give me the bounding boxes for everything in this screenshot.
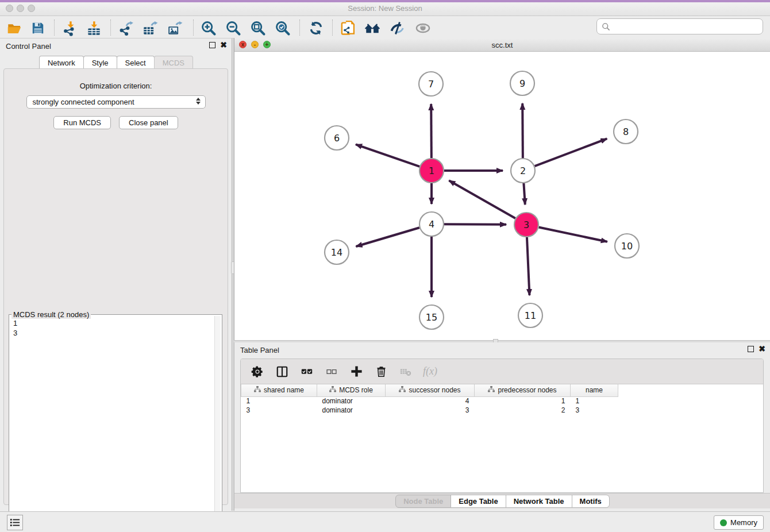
table-cell[interactable]: 3 xyxy=(241,406,317,415)
table-cell[interactable]: 1 xyxy=(241,396,317,406)
zoom-out-icon[interactable] xyxy=(225,20,242,37)
show-columns-icon[interactable] xyxy=(275,364,290,379)
table-cell[interactable]: 3 xyxy=(571,406,618,415)
run-mcds-button[interactable]: Run MCDS xyxy=(53,116,111,129)
toolbar-separator xyxy=(54,20,55,36)
mcds-result-text[interactable]: 1 3 xyxy=(11,318,213,531)
close-panel-icon[interactable]: ✖ xyxy=(759,346,765,352)
tab-node-table[interactable]: Node Table xyxy=(395,495,451,508)
edge-4-14[interactable] xyxy=(356,228,419,246)
search-input[interactable] xyxy=(614,22,758,31)
network-canvas[interactable]: 1234678910111415 xyxy=(234,52,770,340)
table-tab-strip: Node TableEdge TableNetwork TableMotifs xyxy=(234,493,770,508)
tree-sort-icon xyxy=(329,386,336,394)
table-row[interactable]: 3dominator323 xyxy=(241,406,618,415)
float-panel-icon[interactable] xyxy=(748,346,754,352)
tab-network[interactable]: Network xyxy=(39,56,84,70)
edge-2-9[interactable] xyxy=(522,103,523,158)
table-options-icon[interactable] xyxy=(250,364,265,379)
network-window-titlebar[interactable]: x - + scc.txt xyxy=(234,38,770,52)
criterion-select[interactable]: strongly connected component xyxy=(26,95,206,109)
export-image-icon[interactable] xyxy=(166,20,183,37)
table-cell[interactable]: 4 xyxy=(386,396,475,406)
graph-node-2[interactable]: 2 xyxy=(511,159,535,183)
edge-1-6[interactable] xyxy=(356,144,419,166)
table-panel-body: f(x) shared nameMCDS rolesuccessor nodes… xyxy=(240,358,764,493)
table-cell[interactable]: 1 xyxy=(475,396,571,406)
column-header-shared-name[interactable]: shared name xyxy=(241,384,317,396)
graph-node-11[interactable]: 11 xyxy=(518,303,542,327)
ndex-home-icon[interactable] xyxy=(364,20,381,37)
open-file-icon[interactable] xyxy=(6,20,23,37)
tab-network-table[interactable]: Network Table xyxy=(506,495,572,508)
table-cell[interactable]: dominator xyxy=(317,406,386,415)
graph-node-3[interactable]: 3 xyxy=(514,213,538,237)
column-header-successor-nodes[interactable]: successor nodes xyxy=(386,384,475,396)
graph-node-4[interactable]: 4 xyxy=(419,212,444,236)
tree-sort-icon xyxy=(399,386,406,394)
zoom-fit-icon[interactable] xyxy=(249,20,267,37)
tab-style[interactable]: Style xyxy=(83,56,117,70)
select-stepper-icon xyxy=(196,98,201,105)
clone-network-icon[interactable] xyxy=(340,20,357,37)
table-cell[interactable]: 2 xyxy=(475,406,571,415)
unselect-all-icon[interactable] xyxy=(324,364,339,379)
add-row-icon[interactable] xyxy=(349,364,364,379)
graph-node-9[interactable]: 9 xyxy=(510,71,534,95)
network-window-title: scc.txt xyxy=(234,41,770,49)
global-search[interactable] xyxy=(596,18,763,34)
delete-row-icon[interactable] xyxy=(374,364,388,379)
import-network-icon[interactable] xyxy=(61,20,78,37)
graph-node-1[interactable]: 1 xyxy=(419,159,444,183)
graph-node-7[interactable]: 7 xyxy=(419,72,443,96)
edge-4-3[interactable] xyxy=(444,224,506,225)
graph-node-10[interactable]: 10 xyxy=(615,234,639,258)
select-all-icon[interactable] xyxy=(299,364,314,379)
memory-label: Memory xyxy=(730,518,757,527)
save-session-icon[interactable] xyxy=(29,20,47,37)
memory-status-icon xyxy=(720,519,727,526)
column-header-name[interactable]: name xyxy=(571,384,618,396)
refresh-layout-icon[interactable] xyxy=(307,20,325,37)
ndex-logo-icon[interactable] xyxy=(389,20,406,37)
svg-text:8: 8 xyxy=(623,126,629,137)
node-table[interactable]: shared nameMCDS rolesuccessor nodesprede… xyxy=(241,384,618,415)
optimization-criterion-label: Optimization criterion: xyxy=(4,82,228,90)
table-row[interactable]: 1dominator411 xyxy=(241,396,618,406)
result-scrollbar[interactable] xyxy=(214,316,221,532)
network-graph[interactable]: 1234678910111415 xyxy=(234,52,769,340)
graph-node-6[interactable]: 6 xyxy=(325,126,349,150)
table-cell[interactable]: 3 xyxy=(386,406,475,415)
close-panel-icon[interactable]: ✖ xyxy=(220,42,227,48)
svg-text:11: 11 xyxy=(525,310,536,321)
close-panel-button[interactable]: Close panel xyxy=(119,116,178,129)
graph-node-14[interactable]: 14 xyxy=(325,240,349,264)
task-history-button[interactable] xyxy=(7,515,23,530)
table-cell[interactable]: dominator xyxy=(317,396,386,406)
edge-3-11[interactable] xyxy=(527,237,529,295)
column-header-predecessor-nodes[interactable]: predecessor nodes xyxy=(475,384,571,396)
edge-3-1[interactable] xyxy=(449,180,515,218)
tab-edge-table[interactable]: Edge Table xyxy=(451,495,506,508)
zoom-selected-icon[interactable] xyxy=(274,20,291,37)
edge-2-3[interactable] xyxy=(523,183,525,205)
application-window: Session: New Session xyxy=(0,0,770,532)
graph-node-15[interactable]: 15 xyxy=(419,305,444,329)
float-panel-icon[interactable] xyxy=(209,42,215,48)
tab-mcds[interactable]: MCDS xyxy=(154,56,193,70)
svg-text:15: 15 xyxy=(426,312,437,323)
tab-select[interactable]: Select xyxy=(117,56,155,70)
column-header-MCDS-role[interactable]: MCDS role xyxy=(317,384,386,396)
table-cell[interactable]: 1 xyxy=(571,396,618,406)
edge-2-8[interactable] xyxy=(535,138,607,166)
export-network-icon[interactable] xyxy=(117,20,134,37)
edge-3-10[interactable] xyxy=(539,228,607,242)
zoom-in-icon[interactable] xyxy=(200,20,217,37)
tree-sort-icon xyxy=(488,386,495,394)
export-table-icon[interactable] xyxy=(141,20,159,37)
memory-button[interactable]: Memory xyxy=(714,515,764,530)
import-table-icon[interactable] xyxy=(85,20,102,37)
edge-1-7[interactable] xyxy=(431,104,432,158)
tab-motifs[interactable]: Motifs xyxy=(572,495,610,508)
graph-node-8[interactable]: 8 xyxy=(614,119,638,144)
